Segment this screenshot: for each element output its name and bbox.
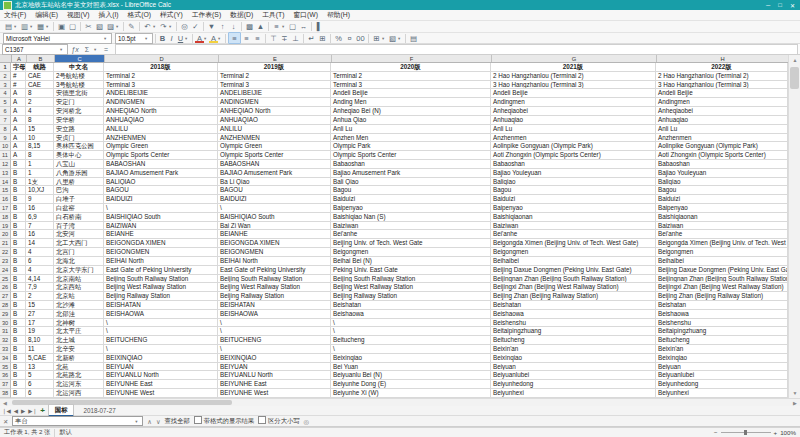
menu-item[interactable]: 格式(O) xyxy=(128,10,151,20)
cell[interactable]: Anheqiaobei xyxy=(656,107,788,116)
insert-chart-icon[interactable]: ▲ xyxy=(255,22,266,32)
cell[interactable]: Beijingnan Zhan (Beijing South Railway S… xyxy=(491,275,656,284)
cell[interactable]: Baipenyao xyxy=(491,204,656,213)
zoom-slider[interactable] xyxy=(721,432,771,433)
menu-item[interactable]: 文件(F) xyxy=(4,10,26,20)
font-color-icon[interactable]: A xyxy=(195,33,204,43)
row-header[interactable]: 30 xyxy=(0,319,11,328)
cell[interactable]: BAGOU xyxy=(104,186,218,195)
cell[interactable]: Anheqiaobei xyxy=(491,107,656,116)
cell[interactable]: 5,CAE xyxy=(26,354,54,363)
cell[interactable]: B xyxy=(11,257,26,266)
select-all-corner[interactable] xyxy=(0,55,12,62)
cell[interactable]: Anhua Qiao xyxy=(331,116,491,125)
cell[interactable]: Olympic Park xyxy=(331,142,491,151)
cell[interactable]: Bagou xyxy=(491,186,656,195)
row-header[interactable]: 19 xyxy=(0,222,11,231)
chevron-down-icon[interactable]: ▾ xyxy=(145,36,150,41)
cell[interactable]: B xyxy=(11,354,26,363)
cell[interactable]: 10,XJ xyxy=(26,186,54,195)
column-header-B[interactable]: B xyxy=(27,55,55,62)
cell[interactable]: Beitucheng xyxy=(656,336,788,345)
paste-icon[interactable]: ▨ xyxy=(105,22,116,32)
find-replace-icon[interactable]: ◎ xyxy=(179,22,190,32)
row-header[interactable]: 28 xyxy=(0,301,11,310)
cell[interactable]: Anhuaqiao xyxy=(491,116,656,125)
cell[interactable]: BAJIAO Amusement Park xyxy=(218,169,331,178)
cell[interactable]: Beiyunhe Dong (E) xyxy=(331,380,491,389)
cell[interactable]: 4 xyxy=(26,107,54,116)
cell[interactable]: 北辛安 xyxy=(54,345,104,354)
cell[interactable]: B xyxy=(11,319,26,328)
cell[interactable]: 6,9 xyxy=(26,213,54,222)
cell[interactable]: BEIYUANLU North xyxy=(218,371,331,380)
cell[interactable]: 8,10 xyxy=(26,336,54,345)
cell[interactable]: B xyxy=(11,248,26,257)
row-header[interactable]: 32 xyxy=(0,336,11,345)
cell[interactable]: Anhuaqiao xyxy=(656,116,788,125)
cell[interactable]: Anli Lu xyxy=(331,125,491,134)
cell[interactable]: Beiyuanlubei xyxy=(656,371,788,380)
cell[interactable]: B xyxy=(11,389,26,398)
cell[interactable]: 北工大西门 xyxy=(54,239,104,248)
cell[interactable]: Bagou xyxy=(656,186,788,195)
cell[interactable]: Beishenshu xyxy=(491,319,656,328)
menu-item[interactable]: 编辑(E) xyxy=(35,10,58,20)
cell[interactable]: Aoti Zhongxin (Olympic Sports Center) xyxy=(491,151,656,160)
cell[interactable]: Bajiao Youleyuan xyxy=(491,169,656,178)
new-icon[interactable]: ▤ xyxy=(3,22,14,32)
cell[interactable]: B xyxy=(11,336,26,345)
cell[interactable]: A xyxy=(11,125,26,134)
cell[interactable]: Beijing Railway Station xyxy=(331,292,491,301)
cell[interactable]: B xyxy=(11,230,26,239)
menu-item[interactable]: 数据(D) xyxy=(230,10,253,20)
cell[interactable]: 白石桥南 xyxy=(54,213,104,222)
menu-item[interactable]: 窗口(W) xyxy=(293,10,318,20)
next-sheet-icon[interactable]: ▶ xyxy=(21,408,25,414)
cell[interactable]: 北土城 xyxy=(54,336,104,345)
row-header[interactable]: 38 xyxy=(0,389,11,398)
cell[interactable]: Terminal 2 xyxy=(218,72,331,81)
row-header[interactable]: 31 xyxy=(0,327,11,336)
cell[interactable]: Beiyuanlu Bei (N) xyxy=(331,371,491,380)
cell[interactable]: BEISHATAN xyxy=(218,301,331,310)
cell[interactable]: Anli Lu xyxy=(491,125,656,134)
cell[interactable]: ANZHENMEN xyxy=(218,134,331,143)
zoom-out-icon[interactable]: − xyxy=(714,429,718,436)
previous-sheet-icon[interactable]: ◀ xyxy=(14,408,18,414)
cell[interactable]: Bai Zi Wan xyxy=(218,222,331,231)
cell[interactable]: BEIYUNHE West xyxy=(218,389,331,398)
vertical-scroll-thumb[interactable] xyxy=(790,67,799,89)
cell[interactable]: \ xyxy=(104,345,218,354)
format-percent-icon[interactable]: % xyxy=(333,33,344,43)
cell[interactable]: Anzhenmen xyxy=(656,134,788,143)
cell[interactable]: 17 xyxy=(26,319,54,328)
italic-icon[interactable]: I xyxy=(167,33,176,43)
cell[interactable]: 6 xyxy=(26,380,54,389)
cell[interactable]: Baishiqiao Nan (S) xyxy=(331,213,491,222)
cell[interactable]: BABAOSHAN xyxy=(104,160,218,169)
cell[interactable]: BABAOSHAN xyxy=(218,160,331,169)
cell[interactable]: \ xyxy=(218,345,331,354)
cell[interactable]: Aoti Zhongxin (Olympic Sports Center) xyxy=(656,151,788,160)
cell[interactable]: BEIHAI North xyxy=(218,257,331,266)
cell[interactable]: BEIXINQIAO xyxy=(218,354,331,363)
cell[interactable]: 8,15 xyxy=(26,142,54,151)
cell[interactable]: ANDELIBEIJIE xyxy=(218,89,331,98)
cell[interactable]: 1 xyxy=(26,160,54,169)
cell[interactable]: Beiyunhexi xyxy=(656,389,788,398)
cell[interactable]: 16 xyxy=(26,230,54,239)
cell[interactable]: B xyxy=(11,195,26,204)
last-sheet-icon[interactable]: ▶❘ xyxy=(28,408,37,414)
cell[interactable]: B xyxy=(11,222,26,231)
row-header[interactable]: 8 xyxy=(0,125,11,134)
cell[interactable]: Baiziwan xyxy=(491,222,656,231)
cell[interactable]: Beigongda Ximen (Beijing Univ. of Tech. … xyxy=(491,239,656,248)
cell[interactable]: 北运河东 xyxy=(54,380,104,389)
cell[interactable]: B xyxy=(11,178,26,187)
cell[interactable]: Baiduizi xyxy=(656,195,788,204)
find-all-button[interactable]: 查找全部 xyxy=(165,417,190,426)
chevron-down-icon[interactable]: ▾ xyxy=(135,419,140,424)
header-cell[interactable]: 2022版 xyxy=(656,63,788,72)
cell[interactable]: # xyxy=(11,72,26,81)
